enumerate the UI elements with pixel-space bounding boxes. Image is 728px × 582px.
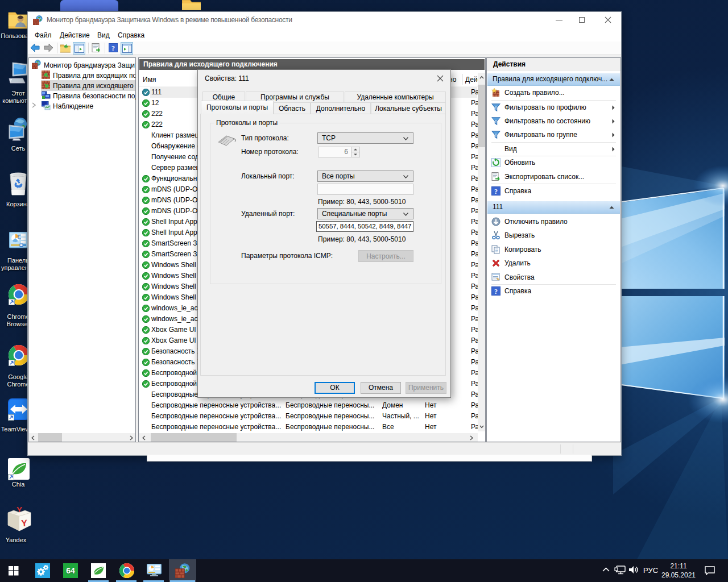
svg-text:?: ? <box>111 44 115 52</box>
svg-text:Y: Y <box>21 518 28 529</box>
svg-text:?: ? <box>494 188 498 196</box>
svg-text:?: ? <box>494 288 498 296</box>
